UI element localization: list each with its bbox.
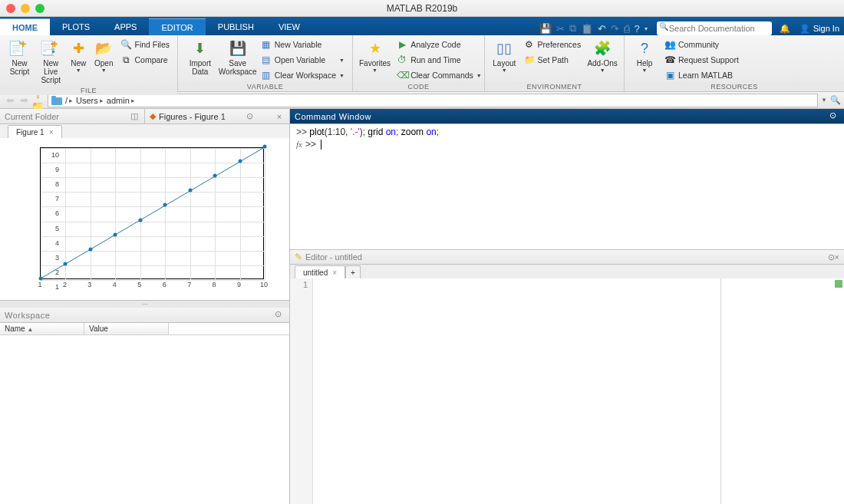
help-button[interactable]: ? Help ▼ [629,38,660,74]
group-label-environment: ENVIRONMENT [485,82,624,91]
workspace-body[interactable] [0,335,289,504]
new-script-button[interactable]: 📄✚ New Script [5,38,35,77]
help-circle-icon: ? [635,39,654,58]
editor-text-area[interactable] [313,278,721,504]
editor-gutter: 1 [290,278,313,504]
learn-matlab-button[interactable]: ▣ Learn MATLAB [661,68,742,82]
current-folder-panel-title[interactable]: Current Folder ◫ [0,109,144,124]
request-support-button[interactable]: ☎ Request Support [661,53,742,67]
close-panel-icon[interactable]: × [274,112,285,121]
new-button[interactable]: ✚ New ▼ [68,38,90,74]
copy-icon[interactable]: ⧉ [569,22,576,35]
code-ok-marker-icon [835,280,842,288]
tab-apps[interactable]: APPS [102,18,149,35]
matlab-logo-icon: ◆ [150,111,156,121]
addons-button[interactable]: 🧩 Add-Ons ▼ [585,38,619,74]
search-documentation-input[interactable] [657,21,772,35]
new-editor-tab-button[interactable]: + [345,265,361,278]
set-path-button[interactable]: 📁 Set Path [521,53,585,67]
chevron-down-icon: ▼ [76,68,81,73]
editor-message-bar[interactable] [721,278,844,504]
workspace-column-value[interactable]: Value [84,323,169,334]
clear-workspace-button[interactable]: ▥ Clear Workspace ▼ [258,68,348,82]
community-button[interactable]: 👥 Community [661,38,742,51]
new-variable-button[interactable]: ▦ New Variable [258,38,348,51]
close-tab-icon[interactable]: × [49,128,54,137]
group-label-variable: VARIABLE [178,82,352,91]
quick-menu-icon[interactable]: ▾ [645,25,648,32]
compare-button[interactable]: ⧉ Compare [117,53,173,67]
breadcrumb-root[interactable]: / [65,96,68,105]
sign-in-label: Sign In [813,24,839,33]
forward-icon[interactable]: ➡ [17,94,31,106]
find-files-icon: 🔍 [120,39,131,50]
fx-icon[interactable]: fx [296,138,302,150]
save-workspace-button[interactable]: 💾 Save Workspace [219,38,256,77]
editor-tab-untitled[interactable]: untitled × [295,265,345,278]
tab-home[interactable]: HOME [0,18,50,35]
restore-panel-icon[interactable]: ◫ [129,111,140,121]
path-dropdown-icon[interactable]: ▼ [821,97,827,104]
open-button[interactable]: 📂 Open ▼ [91,38,117,74]
clear-commands-icon: ⌫ [397,70,407,81]
print-icon[interactable]: ⎙ [624,23,630,35]
figures-panel-title[interactable]: ◆ Figures - Figure 1 ⊙ × [144,109,289,124]
user-icon: 👤 [799,24,810,34]
sign-in-button[interactable]: 👤 Sign In [799,24,839,34]
back-icon[interactable]: ⬅ [3,94,17,106]
tab-editor[interactable]: EDITOR [149,18,205,35]
tab-plots[interactable]: PLOTS [50,18,102,35]
group-label-file: FILE [0,86,177,95]
minimize-panel-icon[interactable]: ⊙ [244,111,255,121]
save-icon[interactable]: 💾 [539,23,552,35]
workspace-panel: Name ▲ Value [0,323,289,504]
window-title: MATLAB R2019b [387,3,458,14]
chevron-down-icon: ▼ [339,73,345,78]
close-panel-icon[interactable]: × [835,252,839,262]
find-files-button[interactable]: 🔍 Find Files [117,38,173,51]
browse-folder-icon[interactable]: 🔍 [830,95,841,105]
undo-icon[interactable]: ↶ [598,23,606,35]
open-variable-button[interactable]: ▤ Open Variable ▼ [258,53,348,67]
run-and-time-button[interactable]: ⏱ Run and Time [394,53,485,67]
layout-button[interactable]: ▯▯ Layout ▼ [490,38,519,74]
minimize-window-button[interactable] [21,4,30,13]
plus-icon: + [351,268,355,277]
minimize-panel-icon[interactable]: ⊙ [828,252,835,262]
minimize-panel-icon[interactable]: ⊙ [827,110,839,123]
workspace-column-name[interactable]: Name ▲ [0,323,84,334]
figure-tab[interactable]: Figure 1 × [8,125,62,138]
favorites-button[interactable]: ★ Favorites ▼ [358,38,392,74]
new-icon: ✚ [69,39,87,58]
minimize-panel-icon[interactable]: ⊙ [272,309,285,321]
cut-icon[interactable]: ✂ [556,23,565,35]
import-data-button[interactable]: ⬇ Import Data [183,38,218,77]
current-folder-path[interactable]: /▸ Users▸ admin▸ [48,94,818,107]
close-window-button[interactable] [6,4,15,13]
ribbon-tabstrip: HOME PLOTS APPS EDITOR PUBLISH VIEW 💾 ✂ … [0,17,844,35]
tab-publish[interactable]: PUBLISH [206,18,266,35]
command-window-title[interactable]: Command Window ⊙ [290,109,844,124]
paste-icon[interactable]: 📋 [581,23,593,35]
close-tab-icon[interactable]: × [332,268,337,277]
breadcrumb-users[interactable]: Users [76,96,98,105]
breadcrumb-admin[interactable]: admin [107,96,130,105]
editor-body[interactable]: 1 [290,278,844,504]
panel-drag-handle[interactable]: ⋯ [0,301,289,308]
analyze-code-button[interactable]: ▶ Analyze Code [394,38,485,51]
clear-commands-button[interactable]: ⌫ Clear Commands ▼ [394,68,485,82]
workspace-panel-title[interactable]: Workspace ⊙ [0,308,289,323]
redo-icon[interactable]: ↷ [611,23,619,35]
support-icon: ☎ [664,54,675,65]
preferences-button[interactable]: ⚙ Preferences [521,38,585,51]
clock-icon: ⏱ [397,54,407,65]
command-window[interactable]: >> plot(1:10, '.-'); grid on; zoom on; f… [290,124,844,249]
notifications-icon[interactable]: 🔔 [780,24,790,34]
zoom-window-button[interactable] [35,4,45,13]
editor-panel-title[interactable]: ✎ Editor - untitled ⊙ × [290,249,844,265]
folder-icon [51,96,62,105]
new-live-script-button[interactable]: 📑✚ New Live Script [36,38,66,86]
tab-view[interactable]: VIEW [266,18,312,35]
editor-icon: ✎ [295,252,302,262]
help-icon[interactable]: ? [635,23,640,35]
